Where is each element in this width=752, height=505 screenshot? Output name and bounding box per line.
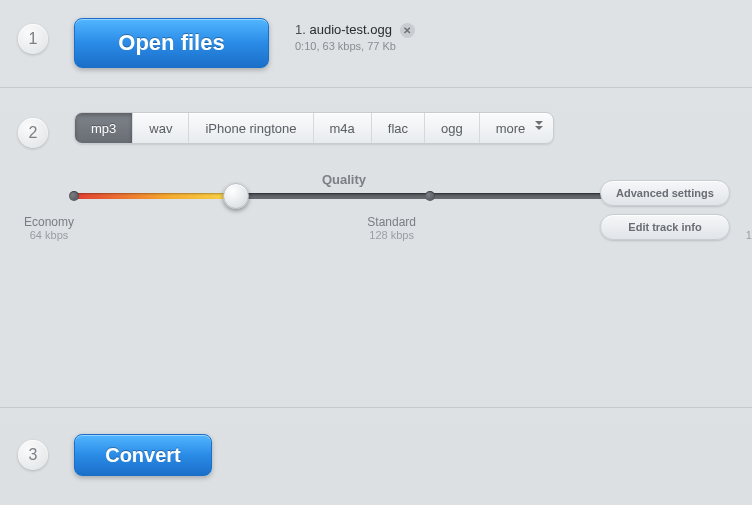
quality-slider-thumb[interactable]	[223, 183, 249, 209]
step-2-section: 2 mp3 wav iPhone ringtone m4a flac ogg m…	[0, 88, 752, 408]
step-badge-3: 3	[18, 440, 48, 470]
quality-tick-economy	[69, 191, 79, 201]
tab-iphone-ringtone[interactable]: iPhone ringtone	[189, 113, 313, 143]
tab-m4a[interactable]: m4a	[314, 113, 372, 143]
quality-stop-standard-name: Standard	[367, 215, 416, 229]
quality-tick-labels: Economy64 kbps Standard128 kbps Good192 …	[74, 215, 614, 242]
tab-mp3[interactable]: mp3	[75, 113, 133, 143]
file-meta: 0:10, 63 kbps, 77 Kb	[295, 40, 415, 52]
tab-flac[interactable]: flac	[372, 113, 425, 143]
quality-slider-track[interactable]	[74, 193, 614, 199]
advanced-settings-button[interactable]: Advanced settings	[600, 180, 730, 206]
side-buttons: Advanced settings Edit track info	[600, 180, 730, 240]
quality-stop-good-bitrate: 192 kbps	[746, 229, 752, 241]
step-1-section: 1 Open files 1. audio-test.ogg ✕ 0:10, 6…	[0, 0, 752, 88]
tab-wav[interactable]: wav	[133, 113, 189, 143]
quality-slider-group: Quality Economy64 kbps Standard128 kbps …	[74, 172, 614, 242]
tab-more[interactable]: more	[480, 113, 554, 143]
file-list-item: 1. audio-test.ogg ✕ 0:10, 63 kbps, 77 Kb	[295, 22, 415, 52]
step-3-section: 3 Convert	[0, 408, 752, 505]
step-badge-1: 1	[18, 24, 48, 54]
edit-track-info-button[interactable]: Edit track info	[600, 214, 730, 240]
file-name: audio-test.ogg	[309, 22, 391, 37]
step-badge-2: 2	[18, 118, 48, 148]
quality-stop-economy-bitrate: 64 kbps	[24, 229, 74, 241]
quality-slider-fill	[74, 193, 234, 199]
remove-file-button[interactable]: ✕	[400, 23, 415, 38]
tab-ogg[interactable]: ogg	[425, 113, 480, 143]
format-tabs: mp3 wav iPhone ringtone m4a flac ogg mor…	[74, 112, 554, 144]
open-files-button[interactable]: Open files	[74, 18, 269, 68]
close-icon: ✕	[403, 25, 411, 36]
quality-label: Quality	[74, 172, 614, 187]
file-index: 1.	[295, 22, 306, 37]
quality-stop-economy-name: Economy	[24, 215, 74, 229]
quality-stop-standard-bitrate: 128 kbps	[367, 229, 416, 241]
quality-tick-good	[425, 191, 435, 201]
convert-button[interactable]: Convert	[74, 434, 212, 476]
